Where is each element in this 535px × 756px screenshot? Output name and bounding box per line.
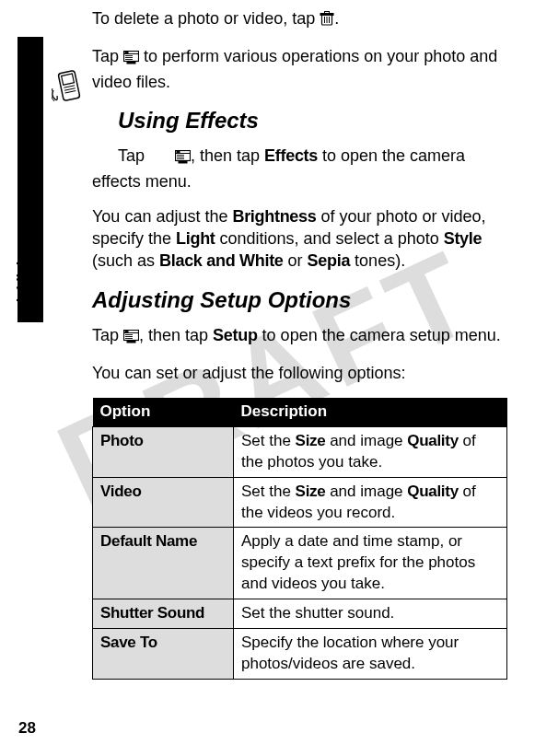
- label-effects: Effects: [264, 146, 318, 165]
- svg-line-3: [64, 88, 76, 90]
- table-row: Shutter Sound Set the shutter sound.: [93, 599, 507, 629]
- label-light: Light: [176, 229, 215, 248]
- heading-using-effects: Using Effects: [118, 106, 507, 135]
- paragraph-options-intro: You can set or adjust the following opti…: [92, 362, 507, 384]
- label-sepia: Sepia: [308, 251, 351, 270]
- label-quality: Quality: [407, 483, 459, 500]
- paragraph-setup-tap: Tap , then tap Setup to open the camera …: [92, 324, 507, 349]
- text: and image: [325, 432, 407, 449]
- svg-rect-7: [325, 12, 330, 14]
- svg-rect-1: [62, 74, 75, 85]
- table-row: Save To Specify the location where your …: [93, 629, 507, 680]
- text: (such as: [92, 251, 159, 270]
- table-row: Video Set the Size and image Quality of …: [93, 477, 507, 528]
- menu-icon: [123, 48, 139, 70]
- svg-line-2: [64, 86, 75, 87]
- text: Tap: [118, 146, 149, 165]
- paragraph-adjust: You can adjust the Brightness of your ph…: [92, 205, 507, 273]
- text: and image: [325, 483, 407, 500]
- phone-icon: [52, 68, 87, 110]
- desc-cell: Specify the location where your photos/v…: [234, 629, 507, 680]
- table-header-row: Option Description: [93, 398, 507, 426]
- text: Tap: [92, 326, 123, 344]
- paragraph-delete: To delete a photo or video, tap .: [92, 7, 507, 32]
- desc-cell: Apply a date and time stamp, or specify …: [234, 528, 507, 599]
- desc-cell: Set the Size and image Quality of the ph…: [234, 426, 507, 477]
- text: to perform various operations on your ph…: [92, 47, 497, 90]
- svg-rect-27: [125, 331, 128, 332]
- svg-rect-17: [127, 62, 135, 64]
- table-row: Photo Set the Size and image Quality of …: [93, 426, 507, 477]
- header-option: Option: [93, 398, 234, 426]
- desc-cell: Set the shutter sound.: [234, 599, 507, 629]
- section-label: Highlight Features: [13, 192, 31, 313]
- svg-line-4: [65, 91, 76, 93]
- label-size: Size: [296, 483, 326, 500]
- text: Set the: [241, 483, 296, 500]
- label-size: Size: [296, 432, 326, 449]
- page-number: 28: [18, 718, 36, 739]
- text: You can adjust the: [92, 207, 232, 226]
- text: .: [334, 9, 339, 28]
- text: To delete a photo or video, tap: [92, 9, 320, 28]
- svg-rect-0: [58, 70, 80, 100]
- menu-icon: [149, 147, 191, 169]
- text: to open the camera setup menu.: [258, 326, 501, 344]
- trash-icon: [320, 10, 334, 32]
- paragraph-effects-tap: Tap , then tap Effects to open the camer…: [92, 145, 507, 192]
- label-quality: Quality: [407, 432, 459, 449]
- text: or: [284, 251, 308, 270]
- text: Tap: [92, 47, 123, 65]
- svg-rect-20: [177, 152, 180, 153]
- heading-setup-options: Adjusting Setup Options: [92, 285, 507, 315]
- header-description: Description: [234, 398, 507, 426]
- text: tones).: [350, 251, 405, 270]
- label-setup: Setup: [213, 326, 258, 344]
- paragraph-operations: Tap to perform various operations on you…: [92, 45, 507, 93]
- label-bw: Black and White: [159, 251, 284, 270]
- svg-rect-31: [127, 341, 135, 343]
- text: , then tap: [191, 146, 264, 165]
- svg-rect-13: [125, 52, 128, 53]
- options-table: Option Description Photo Set the Size an…: [92, 398, 507, 680]
- svg-rect-24: [179, 161, 187, 163]
- label-brightness: Brightness: [232, 207, 316, 226]
- option-cell: Default Name: [93, 528, 234, 599]
- option-cell: Photo: [93, 426, 234, 477]
- text: conditions, and select a photo: [215, 229, 444, 248]
- text: , then tap: [139, 326, 213, 344]
- desc-cell: Set the Size and image Quality of the vi…: [234, 477, 507, 528]
- option-cell: Shutter Sound: [93, 599, 234, 629]
- option-cell: Save To: [93, 629, 234, 680]
- option-cell: Video: [93, 477, 234, 528]
- text: Set the: [241, 432, 296, 449]
- label-style: Style: [444, 229, 483, 248]
- table-row: Default Name Apply a date and time stamp…: [93, 528, 507, 599]
- menu-icon: [123, 327, 139, 349]
